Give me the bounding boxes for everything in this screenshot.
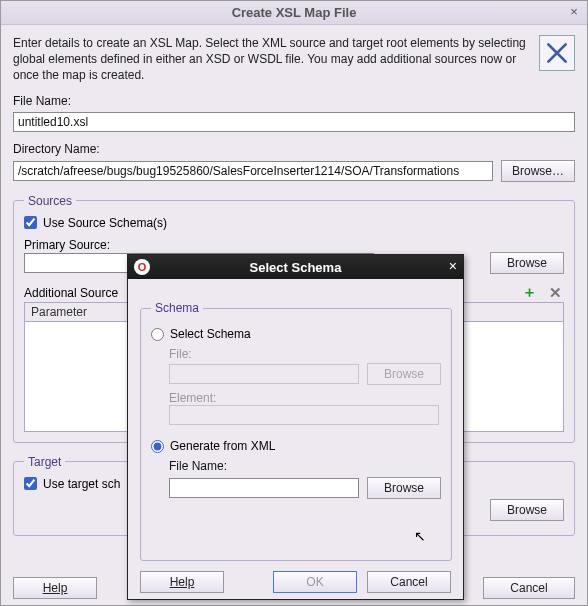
generate-xml-group: File Name: Browse xyxy=(169,459,441,499)
xml-filename-browse-button[interactable]: Browse xyxy=(367,477,441,499)
schema-file-input xyxy=(169,364,359,384)
primary-source-browse-button[interactable]: Browse xyxy=(490,252,564,274)
file-label: File: xyxy=(169,347,441,361)
use-target-label: Use target sch xyxy=(43,477,120,491)
remove-source-icon[interactable]: ✕ xyxy=(546,284,564,302)
file-name-label: File Name: xyxy=(13,94,575,108)
schema-fieldset: Schema Select Schema File: Browse Elemen… xyxy=(140,301,452,561)
element-label: Element: xyxy=(169,391,441,405)
select-schema-group: File: Browse Element: xyxy=(169,347,441,425)
modal-body: Schema Select Schema File: Browse Elemen… xyxy=(128,279,463,599)
xsl-map-icon xyxy=(539,35,575,71)
select-schema-radio[interactable] xyxy=(151,328,164,341)
schema-legend: Schema xyxy=(151,301,203,315)
modal-ok-button[interactable]: OK xyxy=(273,571,357,593)
modal-help-button[interactable]: Help xyxy=(140,571,224,593)
intro-text: Enter details to create an XSL Map. Sele… xyxy=(13,35,531,84)
main-titlebar: Create XSL Map File × xyxy=(1,1,587,25)
app-icon: O xyxy=(134,259,150,275)
directory-browse-button[interactable]: Browse… xyxy=(501,160,575,182)
close-icon[interactable]: × xyxy=(567,5,581,19)
header-row: Enter details to create an XSL Map. Sele… xyxy=(13,35,575,84)
use-target-checkbox[interactable] xyxy=(24,477,37,490)
directory-label: Directory Name: xyxy=(13,142,575,156)
generate-xml-label: Generate from XML xyxy=(170,439,275,453)
main-cancel-button[interactable]: Cancel xyxy=(483,577,575,599)
select-schema-dialog: O Select Schema × Schema Select Schema F… xyxy=(127,254,464,600)
modal-close-icon[interactable]: × xyxy=(449,258,457,274)
xml-filename-label: File Name: xyxy=(169,459,441,473)
use-source-row[interactable]: Use Source Schema(s) xyxy=(24,216,564,230)
sources-legend: Sources xyxy=(24,194,76,208)
add-source-icon[interactable]: ＋ xyxy=(520,284,538,302)
modal-title: Select Schema xyxy=(250,260,342,275)
parameter-column-header: Parameter xyxy=(31,305,87,319)
file-name-input[interactable] xyxy=(13,112,575,132)
directory-input[interactable] xyxy=(13,161,493,181)
main-title: Create XSL Map File xyxy=(232,5,357,20)
select-schema-radio-row[interactable]: Select Schema xyxy=(151,327,441,341)
element-input xyxy=(169,405,439,425)
generate-xml-radio-row[interactable]: Generate from XML xyxy=(151,439,441,453)
schema-file-browse-button: Browse xyxy=(367,363,441,385)
modal-button-bar: Help OK Cancel xyxy=(140,571,451,593)
target-legend: Target xyxy=(24,455,65,469)
main-help-button[interactable]: Help xyxy=(13,577,97,599)
generate-xml-radio[interactable] xyxy=(151,440,164,453)
modal-titlebar: O Select Schema × xyxy=(128,255,463,279)
target-browse-button[interactable]: Browse xyxy=(490,499,564,521)
modal-cancel-button[interactable]: Cancel xyxy=(367,571,451,593)
xml-filename-input[interactable] xyxy=(169,478,359,498)
use-source-label: Use Source Schema(s) xyxy=(43,216,167,230)
additional-sources-label: Additional Source xyxy=(24,286,118,300)
use-source-checkbox[interactable] xyxy=(24,216,37,229)
select-schema-label: Select Schema xyxy=(170,327,251,341)
primary-source-label: Primary Source: xyxy=(24,238,564,252)
